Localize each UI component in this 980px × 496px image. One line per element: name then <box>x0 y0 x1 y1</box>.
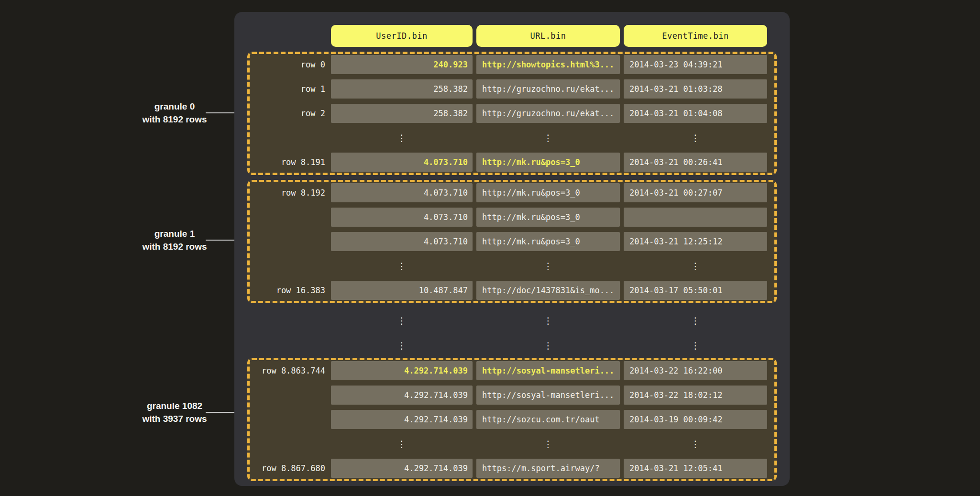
ellipsis-row: ⋮ ⋮ ⋮ <box>250 128 774 147</box>
row-label <box>250 434 327 453</box>
row-label: row 2 <box>250 104 327 123</box>
cell-url: http://mk.ru&pos=3_0 <box>476 183 620 202</box>
vertical-ellipsis: ⋮ <box>624 128 767 147</box>
cell-url: https://m.sport.airway/? <box>476 459 620 478</box>
vertical-ellipsis: ⋮ <box>331 333 473 358</box>
table-row: row 8.191 4.073.710 http://mk.ru&pos=3_0… <box>250 153 774 172</box>
cell-eventtime: 2014-03-17 05:50:01 <box>624 281 767 300</box>
table-row: row 16.383 10.487.847 http://doc/1437831… <box>250 281 774 300</box>
cell-eventtime: 2014-03-21 12:25:12 <box>624 232 767 251</box>
row-label: row 8.867.680 <box>250 459 327 478</box>
vertical-ellipsis: ⋮ <box>331 256 473 276</box>
cell-eventtime: 2014-03-21 00:26:41 <box>624 153 767 172</box>
cell-eventtime: 2014-03-21 00:27:07 <box>624 183 767 202</box>
granule-label-line2: with 3937 rows <box>117 412 232 425</box>
granule-1-rows: row 8.192 4.073.710 http://mk.ru&pos=3_0… <box>250 183 774 300</box>
cell-url: http://sozcu.com.tr/oaut <box>476 410 620 429</box>
cell-eventtime: 2014-03-19 00:09:42 <box>624 410 767 429</box>
vertical-ellipsis: ⋮ <box>331 434 473 453</box>
table-row: row 8.863.744 4.292.714.039 http://sosya… <box>250 361 774 380</box>
vertical-ellipsis: ⋮ <box>476 434 620 453</box>
column-header-eventtime-bin: EventTime.bin <box>624 25 767 47</box>
table-row: 4.292.714.039 http://sozcu.com.tr/oaut 2… <box>250 410 774 429</box>
cell-userid: 4.073.710 <box>331 208 473 227</box>
table-row: row 8.192 4.073.710 http://mk.ru&pos=3_0… <box>250 183 774 202</box>
cell-userid: 258.382 <box>331 79 473 99</box>
granule-0-rows: row 0 240.923 http://showtopics.html%3..… <box>250 55 774 172</box>
cell-userid: 4.292.714.039 <box>331 410 473 429</box>
granule-label-line1: granule 1082 <box>117 399 232 412</box>
cell-url: http://showtopics.html%3... <box>476 55 620 74</box>
ellipsis-row: ⋮ ⋮ ⋮ <box>250 256 774 276</box>
vertical-ellipsis: ⋮ <box>331 128 473 147</box>
cell-userid: 4.073.710 <box>331 183 473 202</box>
cell-userid: 4.292.714.039 <box>331 386 473 405</box>
column-header-userid-bin: UserID.bin <box>331 25 473 47</box>
table-row: row 0 240.923 http://showtopics.html%3..… <box>250 55 774 74</box>
cell-eventtime-empty <box>624 208 767 227</box>
row-label <box>250 386 327 405</box>
cell-eventtime: 2014-03-22 18:02:12 <box>624 386 767 405</box>
cell-url: http://gruzochno.ru/ekat... <box>476 104 620 123</box>
ellipsis-row: ⋮ ⋮ ⋮ <box>250 434 774 453</box>
vertical-ellipsis: ⋮ <box>476 128 620 147</box>
row-label: row 8.192 <box>250 183 327 202</box>
cell-eventtime: 2014-03-21 12:05:41 <box>624 459 767 478</box>
row-label <box>250 308 327 333</box>
row-label <box>250 256 327 276</box>
cell-userid: 4.073.710 <box>331 232 473 251</box>
table-row: row 2 258.382 http://gruzochno.ru/ekat..… <box>250 104 774 123</box>
vertical-ellipsis: ⋮ <box>331 308 473 333</box>
granule-0-box: row 0 240.923 http://showtopics.html%3..… <box>247 52 777 175</box>
row-label: row 8.191 <box>250 153 327 172</box>
table-row: 4.073.710 http://mk.ru&pos=3_0 <box>250 208 774 227</box>
row-label: row 16.383 <box>250 281 327 300</box>
cell-eventtime: 2014-03-23 04:39:21 <box>624 55 767 74</box>
row-label <box>250 410 327 429</box>
cell-url: http://gruzochno.ru/ekat... <box>476 79 620 99</box>
cell-userid: 258.382 <box>331 104 473 123</box>
cell-url: http://mk.ru&pos=3_0 <box>476 208 620 227</box>
vertical-ellipsis: ⋮ <box>476 308 620 333</box>
vertical-ellipsis: ⋮ <box>624 434 767 453</box>
granule-label-line1: granule 1 <box>117 227 232 240</box>
vertical-ellipsis: ⋮ <box>624 308 767 333</box>
cell-eventtime: 2014-03-21 01:03:28 <box>624 79 767 99</box>
column-header-row: UserID.bin URL.bin EventTime.bin <box>250 25 777 47</box>
hidden-granules-gap: ⋮ ⋮ ⋮ ⋮ ⋮ ⋮ <box>250 308 777 358</box>
cell-userid: 4.292.714.039 <box>331 459 473 478</box>
row-label: row 0 <box>250 55 327 74</box>
table-row: 4.073.710 http://mk.ru&pos=3_0 2014-03-2… <box>250 232 774 251</box>
row-label: row 8.863.744 <box>250 361 327 380</box>
row-label <box>250 333 327 358</box>
vertical-ellipsis: ⋮ <box>624 256 767 276</box>
granule-label-line1: granule 0 <box>117 100 232 113</box>
ellipsis-row: ⋮ ⋮ ⋮ <box>250 333 777 358</box>
row-label: row 1 <box>250 79 327 99</box>
cell-url: http://sosyal-mansetleri... <box>476 386 620 405</box>
cell-eventtime: 2014-03-21 01:04:08 <box>624 104 767 123</box>
column-header-url-bin: URL.bin <box>476 25 620 47</box>
cell-url: http://mk.ru&pos=3_0 <box>476 153 620 172</box>
cell-userid: 4.073.710 <box>331 153 473 172</box>
cell-url: http://doc/1437831&is_mo... <box>476 281 620 300</box>
granule-1-box: row 8.192 4.073.710 http://mk.ru&pos=3_0… <box>247 180 777 303</box>
column-files-panel: UserID.bin URL.bin EventTime.bin row 0 2… <box>234 12 790 486</box>
table-row: 4.292.714.039 http://sosyal-mansetleri..… <box>250 386 774 405</box>
row-label <box>250 232 327 251</box>
ellipsis-row: ⋮ ⋮ ⋮ <box>250 308 777 333</box>
table-row: row 8.867.680 4.292.714.039 https://m.sp… <box>250 459 774 478</box>
header-spacer <box>250 25 327 47</box>
cell-url: http://mk.ru&pos=3_0 <box>476 232 620 251</box>
vertical-ellipsis: ⋮ <box>476 333 620 358</box>
cell-eventtime: 2014-03-22 16:22:00 <box>624 361 767 380</box>
vertical-ellipsis: ⋮ <box>624 333 767 358</box>
vertical-ellipsis: ⋮ <box>476 256 620 276</box>
diagram-page: { "colors": { "background": "#1f1e1a", "… <box>0 0 980 496</box>
cell-userid: 240.923 <box>331 55 473 74</box>
row-label <box>250 128 327 147</box>
granule-label-line2: with 8192 rows <box>117 113 232 126</box>
granule-label-line2: with 8192 rows <box>117 240 232 253</box>
cell-url: http://sosyal-mansetleri... <box>476 361 620 380</box>
table-row: row 1 258.382 http://gruzochno.ru/ekat..… <box>250 79 774 99</box>
